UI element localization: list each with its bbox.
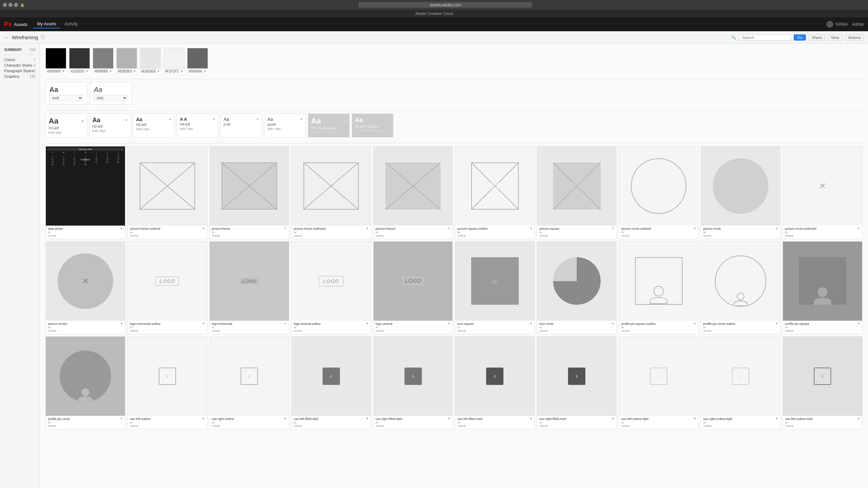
sidebar-char-label: Character Styles (4, 63, 32, 67)
graphic-lv[interactable]: LOGO logo-vertical▼ AI 346KB (373, 241, 453, 334)
graphic-nav-left-outline-dk[interactable]: ‹ nav-left-outline-dark▼ AI 338KB (783, 336, 862, 429)
circ-x: ✕ (58, 253, 113, 309)
graphic-nav-left-light[interactable]: ‹ nav-left-outline-light▼ AI 338KB (619, 336, 699, 429)
sidebar-item-character-styles[interactable]: Character Styles 2 (4, 62, 35, 68)
tab-activity[interactable]: Activity (60, 20, 82, 28)
para-dd-1[interactable]: ▼ (125, 119, 128, 122)
para-dd-6[interactable]: ▼ (344, 120, 347, 123)
graphic-info-pf2: picture-frame2▼ AI 338KB (374, 226, 453, 239)
arrow-left-med-visual: ‹ (486, 368, 503, 385)
graphic-nav-right-light[interactable]: › nav-right-outline-light▼ AI 338KB (701, 336, 781, 429)
graphic-nav-right-med[interactable]: › nav-right-filled-med▼ AI 338KB (537, 336, 617, 429)
swatch-label-2: #808080▼ (94, 69, 112, 73)
para-dd-2[interactable]: ▼ (169, 118, 172, 121)
graphic-pfo2[interactable]: picture-frame-outlined2▼ AI 339KB (291, 146, 371, 239)
swatch-box-5[interactable] (164, 48, 184, 69)
graphic-lvo[interactable]: LOGO logo-vertical-outline▼ AI 347KB (291, 241, 371, 334)
browser-min[interactable] (8, 3, 12, 7)
para-sample-4: Aa (224, 117, 229, 122)
graphic-pf2[interactable]: picture-frame2▼ AI 338KB (373, 146, 453, 239)
graphic-nav-right-dark[interactable]: › nav-right-filled-dark▼ AI 338KB (373, 336, 453, 429)
para-card-7: Aa ▼ H2-left-negative #FFFFFF bold 28pt (352, 113, 393, 137)
graphic-ppsqo[interactable]: profile-pic-square-outline▼ AI 340KB (619, 241, 699, 334)
url-bar[interactable] (359, 2, 532, 8)
color-swatches: #000000▼ #333333▼ #808080▼ (45, 48, 862, 73)
back-button[interactable]: ← (4, 35, 9, 40)
graphic-thumb-pf2 (374, 146, 453, 226)
graphic-thumb-ppsq (783, 242, 862, 321)
graphic-nav-left-outline[interactable]: ‹ nav-left-outline▼ AI 338KB (127, 336, 207, 429)
graphic-date-picker[interactable]: ‹February 2019› SMTWTFS 123 45678910 111… (45, 146, 125, 239)
graphic-lh[interactable]: LOGO logo-horizontal▼ AI 345KB (209, 241, 289, 334)
swatch-box-1[interactable] (69, 48, 90, 69)
graphic-psq[interactable]: picture-square▼ AI 340KB (537, 146, 617, 239)
share-button[interactable]: Share (809, 34, 825, 41)
graphic-ic[interactable]: icon-circle▼ AI 361KB (537, 241, 617, 334)
go-button[interactable]: Go (794, 34, 806, 41)
graphic-psqo[interactable]: picture-square-outline▼ AI 349KB (455, 146, 535, 239)
graphic-nav-left-dark[interactable]: ‹ nav-left-filled-dark▼ AI 338KB (291, 336, 371, 429)
swatch-box-4[interactable] (140, 48, 161, 69)
graphic-thumb-lh: LOGO (210, 242, 289, 321)
sidebar-graphics-label: Graphics (4, 74, 19, 78)
graphic-ppc[interactable]: profile-pic-circle▼ AI 369KB (45, 336, 125, 429)
graphic-ppsq[interactable]: profile-pic-square▼ AI 369KB (783, 241, 862, 334)
graphic-lho[interactable]: LOGO logo-horizontal-outline▼ AI 346KB (127, 241, 207, 334)
graphic-pco2[interactable]: ✕ picture-circle-outlined2▼ AI 338KB (783, 146, 862, 239)
nav-right: IVANA Adobe (826, 21, 864, 28)
graphic-thumb-nrd: › (374, 337, 453, 416)
graphic-isq[interactable]: icon-square▼ AI 353KB (455, 241, 535, 334)
sidebar-item-colors[interactable]: Colors 7 (4, 57, 35, 62)
swatch-label-1: #333333▼ (71, 69, 89, 73)
actions-button[interactable]: Actions (845, 34, 864, 41)
para-dd-4[interactable]: ▼ (256, 118, 259, 121)
para-dd-5[interactable]: ▼ (300, 118, 303, 121)
view-button[interactable]: View (828, 34, 842, 41)
swatch-box-3[interactable] (116, 48, 137, 69)
graphic-thumb-lv: LOGO (374, 242, 453, 321)
para-dd-0[interactable]: ▼ (81, 120, 84, 123)
sidebar-summary: SUMMARY 159 (4, 47, 35, 52)
graphic-thumb-pco (619, 146, 698, 226)
para-sample-0: Aa (49, 117, 58, 126)
browser-max[interactable] (14, 3, 18, 7)
graphic-thumb-lho: LOGO (128, 242, 207, 321)
para-name-5: quote (267, 123, 303, 126)
sidebar-colors-count: 7 (33, 58, 35, 62)
color-swatch-3: #B3B383▼ (116, 48, 137, 73)
graphic-picture-frame[interactable]: picture-frame▼ AI 339KB (209, 146, 289, 239)
profile-circ-filled-visual (60, 351, 111, 402)
para-name-4: p-txt (224, 123, 259, 126)
graphic-nav-left-med[interactable]: ‹ nav-left-filled-med▼ AI 338KB (455, 336, 535, 429)
swatch-box-2[interactable] (93, 48, 114, 69)
browser-close[interactable] (3, 3, 7, 7)
graphic-pco[interactable]: picture-circle-outlined▼ AI 342KB (619, 146, 699, 239)
graphic-thumb-nro: › (210, 337, 289, 416)
char-style-select-0[interactable]: bold (49, 95, 83, 101)
sidebar-item-paragraph-styles[interactable]: Paragraph Styles 8 (4, 68, 35, 74)
search-input[interactable] (739, 34, 791, 41)
para-sample-6: Aa (311, 117, 321, 126)
sidebar-item-graphics[interactable]: Graphics 142 (4, 74, 35, 79)
graphic-picture-frame-outlined[interactable]: picture-frame-outlined▼ AI 340KB (127, 146, 207, 239)
graphic-info-lh: logo-horizontal▼ AI 345KB (210, 321, 289, 334)
char-style-select-1[interactable]: italic (94, 95, 128, 101)
graphic-pc2[interactable]: ✕ picture-circle2▼ AI 339KB (45, 241, 125, 334)
color-swatch-2: #808080▼ (93, 48, 114, 73)
profile-circ-outline-visual (715, 255, 766, 307)
sidebar-items: Colors 7 Character Styles 2 Paragraph St… (4, 57, 35, 79)
graphic-pc[interactable]: picture-circle▼ AI 341KB (701, 146, 781, 239)
graphic-ppco[interactable]: profile-pic-circle-outline▼ AI 341KB (701, 241, 781, 334)
para-details-3: bold 16pt (180, 127, 215, 131)
para-sample-2: Aa (136, 117, 142, 122)
graphic-info-pfo: picture-frame-outlined▼ AI 340KB (128, 226, 207, 239)
para-dd-7[interactable]: ▼ (387, 119, 390, 122)
graphics-row-2: ✕ picture-circle2▼ AI 339KB LOGO logo-h (45, 241, 862, 334)
para-dd-3[interactable]: ▼ (212, 118, 215, 121)
search-icon: 🔍 (731, 35, 736, 40)
graphic-nav-right-outline[interactable]: › nav-right-outline▼ AI 338KB (209, 336, 289, 429)
swatch-box-6[interactable] (187, 48, 208, 69)
tab-my-assets[interactable]: My Assets (33, 20, 60, 28)
graphic-info-pc2: picture-circle2▼ AI 339KB (46, 321, 125, 334)
swatch-box-0[interactable] (45, 48, 66, 69)
